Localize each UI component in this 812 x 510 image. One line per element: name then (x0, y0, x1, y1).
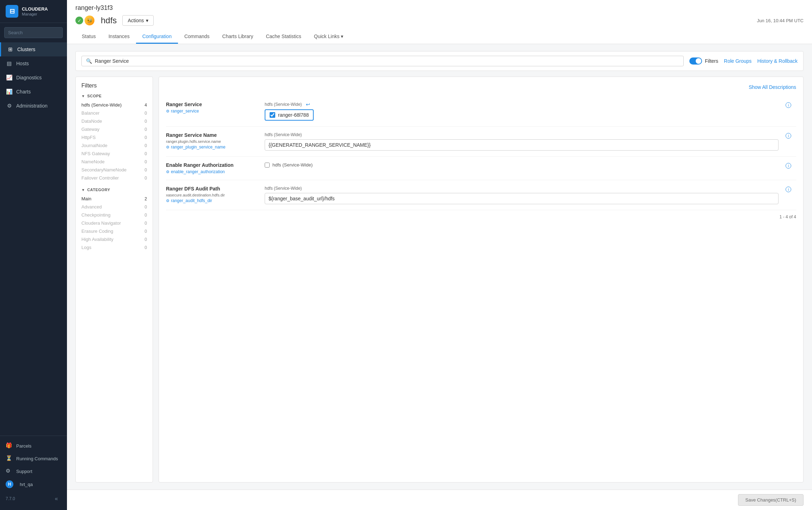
ranger-dfs-audit-input[interactable] (265, 193, 779, 204)
content-area: 🔍 Filters Role Groups History & Rollback… (67, 44, 812, 490)
running-commands-icon: ⏳ (6, 455, 13, 462)
filters-toggle[interactable]: Filters (689, 57, 718, 65)
filter-label: Cloudera Navigator (81, 220, 121, 226)
config-item-ranger-dfs-audit: Ranger DFS Audit Path xasecure.audit.des… (166, 180, 796, 210)
ranger-service-name-input[interactable] (265, 139, 779, 151)
config-value-col: hdfs (Service-Wide) ↩ ranger-68l788 (265, 102, 779, 121)
config-key[interactable]: ⚙ ranger_service (166, 109, 258, 114)
search-input[interactable] (4, 27, 63, 38)
tab-configuration[interactable]: Configuration (136, 30, 178, 44)
ranger-service-checkbox[interactable] (270, 112, 275, 118)
filter-category-advanced[interactable]: Advanced 0 (81, 203, 147, 211)
config-key[interactable]: ⚙ enable_ranger_authorization (166, 169, 258, 174)
scope-arrow-icon: ▼ (81, 94, 85, 98)
scope-text: hdfs (Service-Wide) (265, 102, 302, 107)
config-label: Enable Ranger Authorization (166, 162, 258, 168)
sidebar-item-diagnostics[interactable]: 📈 Diagnostics (0, 71, 67, 85)
info-icon[interactable]: i (786, 187, 791, 192)
filter-count: 0 (144, 151, 147, 156)
filters-toggle-switch[interactable] (689, 57, 702, 65)
service-header: ✓ 🐝 hdfs Actions ▾ Jun 16, 10:44 PM UTC (75, 15, 804, 26)
gear-icon: ⚙ (166, 109, 170, 114)
tab-commands[interactable]: Commands (178, 30, 216, 44)
filter-label: Balancer (81, 110, 99, 116)
filter-label: Logs (81, 245, 91, 250)
filter-scope-journalnode[interactable]: JournalNode 0 (81, 141, 147, 150)
sidebar-item-parcels[interactable]: 🎁 Parcels (0, 439, 67, 452)
config-label-col: Ranger Service ⚙ ranger_service (166, 102, 258, 114)
search-row: 🔍 Filters Role Groups History & Rollback (75, 51, 804, 71)
sidebar-item-support[interactable]: ⚙ Support (0, 465, 67, 478)
config-item-ranger-service-name: Ranger Service Name ranger.plugin.hdfs.s… (166, 127, 796, 157)
history-rollback-link[interactable]: History & Rollback (757, 58, 798, 64)
sidebar-item-label: Administration (16, 103, 48, 109)
config-key[interactable]: ⚙ ranger_plugin_service_name (166, 145, 258, 150)
filter-category-cloudera-navigator[interactable]: Cloudera Navigator 0 (81, 219, 147, 227)
role-groups-link[interactable]: Role Groups (724, 58, 752, 64)
sidebar-bottom-label: hrt_qa (20, 482, 33, 487)
save-changes-button[interactable]: Save Changes(CTRL+S) (738, 494, 804, 506)
sidebar-item-user[interactable]: H hrt_qa (0, 478, 67, 491)
tab-cache-statistics[interactable]: Cache Statistics (259, 30, 307, 44)
config-label-col: Ranger DFS Audit Path xasecure.audit.des… (166, 186, 258, 203)
filter-scope-secondary-namenode[interactable]: SecondaryNameNode 0 (81, 166, 147, 174)
filter-label: DataNode (81, 119, 102, 124)
filter-category-logs[interactable]: Logs 0 (81, 243, 147, 251)
scope-text: hdfs (Service-Wide) (265, 186, 302, 191)
filters-panel: Filters ▼ SCOPE hdfs (Service-Wide) 4 Ba… (75, 77, 153, 482)
config-info-col: i (786, 162, 796, 169)
filter-scope-datanode[interactable]: DataNode 0 (81, 117, 147, 125)
sidebar-item-charts[interactable]: 📊 Charts (0, 85, 67, 99)
filter-scope-nfs-gateway[interactable]: NFS Gateway 0 (81, 150, 147, 158)
filter-scope-namenode[interactable]: NameNode 0 (81, 158, 147, 166)
actions-button[interactable]: Actions ▾ (122, 15, 154, 26)
config-key-text: enable_ranger_authorization (171, 169, 225, 174)
scope-section-header[interactable]: ▼ SCOPE (81, 94, 147, 98)
config-search-input[interactable] (95, 58, 679, 64)
tab-quick-links[interactable]: Quick Links ▾ (308, 30, 350, 44)
config-key[interactable]: ⚙ ranger_audit_hdfs_dir (166, 198, 258, 203)
collapse-sidebar-button[interactable]: « (51, 494, 61, 504)
bottom-bar: Save Changes(CTRL+S) (67, 490, 812, 510)
tab-charts-library[interactable]: Charts Library (216, 30, 260, 44)
filter-category-erasure-coding[interactable]: Erasure Coding 0 (81, 227, 147, 235)
filter-scope-balancer[interactable]: Balancer 0 (81, 109, 147, 117)
category-arrow-icon: ▼ (81, 188, 85, 192)
filter-category-checkpointing[interactable]: Checkpointing 0 (81, 211, 147, 219)
filter-label: Failover Controller (81, 175, 119, 181)
sidebar-item-hosts[interactable]: ▤ Hosts (0, 56, 67, 71)
sidebar-item-label: Charts (16, 89, 31, 95)
sidebar-item-running-commands[interactable]: ⏳ Running Commands (0, 452, 67, 465)
sidebar-item-administration[interactable]: ⚙ Administration (0, 99, 67, 113)
info-icon[interactable]: i (786, 133, 791, 139)
show-all-descriptions-link[interactable]: Show All Descriptions (749, 84, 796, 90)
sidebar-item-clusters[interactable]: ⊞ Clusters (0, 42, 67, 56)
filter-scope-hdfs[interactable]: hdfs (Service-Wide) 4 (81, 101, 147, 109)
config-label: Ranger Service Name (166, 132, 258, 138)
tab-status[interactable]: Status (75, 30, 102, 44)
filter-scope-httpfs[interactable]: HttpFS 0 (81, 133, 147, 141)
info-icon[interactable]: i (786, 102, 791, 108)
filter-label: Gateway (81, 127, 99, 132)
filter-category-main[interactable]: Main 2 (81, 195, 147, 203)
info-icon[interactable]: i (786, 163, 791, 169)
filter-scope-gateway[interactable]: Gateway 0 (81, 125, 147, 133)
sidebar-item-label: Diagnostics (16, 75, 42, 80)
tab-instances[interactable]: Instances (102, 30, 136, 44)
administration-icon: ⚙ (6, 102, 13, 109)
filter-category-high-availability[interactable]: High Availability 0 (81, 235, 147, 243)
service-icons: ✓ 🐝 (75, 16, 97, 25)
reset-icon[interactable]: ↩ (306, 102, 310, 107)
config-scope: hdfs (Service-Wide) (265, 132, 779, 137)
category-section-header[interactable]: ▼ CATEGORY (81, 188, 147, 192)
config-search-field[interactable]: 🔍 (81, 56, 684, 66)
filter-count: 2 (144, 196, 147, 201)
actions-label: Actions (128, 18, 144, 23)
category-section: ▼ CATEGORY Main 2 Advanced 0 Checkpointi… (81, 188, 147, 251)
config-label-col: Ranger Service Name ranger.plugin.hdfs.s… (166, 132, 258, 150)
enable-ranger-auth-checkbox[interactable] (265, 163, 270, 168)
filter-scope-failover-controller[interactable]: Failover Controller 0 (81, 174, 147, 182)
service-name: hdfs (101, 16, 117, 25)
sidebar-bottom-label: Support (16, 469, 32, 474)
config-key-text: ranger_plugin_service_name (171, 145, 226, 150)
